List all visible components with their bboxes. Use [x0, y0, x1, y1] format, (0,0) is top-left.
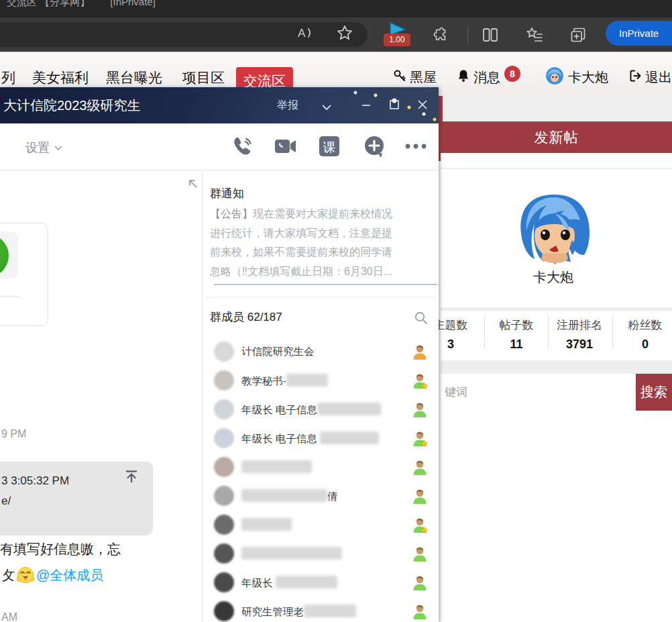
profile-avatar[interactable] [514, 192, 594, 268]
crying-emoji-icon [16, 566, 35, 584]
stat-label: 注册排名 [557, 317, 602, 333]
report-button[interactable]: 举报 [277, 99, 298, 113]
member-row[interactable]: 研究生管理老 [203, 597, 439, 622]
search-button[interactable]: 搜索 [636, 374, 672, 411]
group-info-panel: 群通知 【公告】现在需要对大家提前来校情况进行统计，请大家填写文档，注意是提前来… [202, 171, 439, 622]
nav-heiwu[interactable]: 黑屋 [410, 68, 437, 87]
file-message-card[interactable] [0, 223, 48, 326]
more-options-icon[interactable] [402, 134, 429, 158]
tab-title-text: 交流区 【分享网】 [7, 0, 90, 7]
course-icon[interactable]: 课 [317, 134, 341, 158]
bookmark-star-icon[interactable] [335, 23, 354, 42]
redacted-name-blur [320, 431, 379, 444]
split-screen-icon[interactable] [481, 25, 500, 44]
member-role-badge-admin [411, 517, 429, 534]
nav-logout[interactable]: 退出 [645, 68, 672, 87]
collapse-panel-icon[interactable] [187, 178, 199, 190]
pin-to-top-icon [124, 469, 139, 484]
nav-tab-3[interactable]: 项目区 [182, 68, 225, 87]
stat-divider [484, 316, 485, 348]
notice-line: 忽略（‼文档填写截止日期：6月30日... [210, 262, 435, 282]
forum-search-bar: 键词 搜索 [441, 374, 672, 411]
nav-messages[interactable]: 消息 [473, 68, 500, 87]
member-name: 教学秘书- [241, 374, 328, 388]
member-row[interactable]: 年级长 电子信息 [203, 395, 439, 424]
stat-col-2: 注册排名3791 [557, 317, 602, 352]
chat-message-text: 有填写好信息嗷，忘 [0, 540, 121, 558]
tab-inprivate-text: [InPrivate] [110, 0, 156, 7]
stat-label: 帖子数 [500, 317, 534, 333]
new-post-button[interactable]: 发新帖 [441, 121, 672, 153]
member-row[interactable] [203, 511, 439, 539]
settings-dropdown[interactable]: 设置 [25, 140, 63, 156]
member-role-badge-member [411, 459, 429, 476]
message-count-badge: 8 [504, 66, 520, 82]
chevron-down-icon[interactable] [320, 101, 333, 114]
collections-icon[interactable] [569, 25, 587, 44]
settings-label: 设置 [25, 141, 50, 154]
member-row[interactable] [203, 539, 439, 568]
nav-user-avatar[interactable] [546, 67, 563, 85]
member-row[interactable]: 教学秘书- [203, 366, 439, 395]
read-aloud-icon[interactable]: A [295, 23, 314, 42]
maximize-icon[interactable] [388, 98, 401, 111]
member-row[interactable]: 年级长 [203, 568, 439, 597]
profile-card: 卡大炮 [441, 169, 672, 307]
member-row[interactable] [203, 453, 439, 482]
redacted-name-blur [241, 489, 327, 502]
chat-message-area[interactable]: 9 PM 3 3:05:32 PM e/ 有填写好信息嗷，忘 攵 @全体成员 A… [0, 171, 202, 622]
stat-value: 3791 [557, 338, 602, 352]
member-avatar [214, 543, 234, 564]
nav-username[interactable]: 卡大炮 [568, 68, 608, 87]
extensions-puzzle-icon[interactable] [432, 25, 451, 44]
redacted-name-blur [304, 605, 356, 617]
member-avatar [214, 601, 234, 621]
search-icon[interactable] [414, 311, 428, 325]
member-name: 年级长 电子信息 [241, 431, 379, 446]
inprivate-button[interactable]: InPrivate [606, 21, 672, 46]
search-input[interactable]: 键词 [441, 374, 636, 411]
group-notice-text[interactable]: 【公告】现在需要对大家提前来校情况进行统计，请大家填写文档，注意是提前来校，如果… [210, 205, 435, 281]
minimize-icon[interactable] [359, 98, 373, 111]
nav-tab-2[interactable]: 黑台曝光 [106, 68, 162, 87]
member-role-badge-owner [411, 344, 429, 361]
member-avatar [214, 572, 234, 592]
chat-timestamp: 9 PM [1, 428, 26, 440]
notice-tag: 【公告】 [210, 208, 253, 219]
bell-icon [457, 69, 470, 83]
qq-titlebar[interactable]: 大计信院2023级研究生 举报 [0, 87, 439, 123]
member-name: 计信院研究生会 [241, 345, 315, 359]
chat-timestamp: AM [1, 611, 17, 622]
qq-toolbar: 设置 课 [0, 123, 439, 170]
notice-line: 【公告】现在需要对大家提前来校情况 [210, 205, 435, 224]
member-role-badge-member [411, 603, 429, 621]
close-icon[interactable] [416, 98, 429, 111]
voice-call-icon[interactable] [230, 134, 254, 158]
member-row[interactable]: 计信院研究生会 [203, 338, 439, 366]
member-count-header: 群成员 62/187 [210, 309, 282, 325]
member-avatar [214, 399, 234, 419]
mention-all-link[interactable]: @全体成员 [36, 568, 103, 582]
chat-message-mention-line: 攵 @全体成员 [1, 566, 103, 584]
browser-tab-title[interactable]: 交流区 【分享网】 [InPrivate] [7, 0, 156, 9]
redacted-name-blur [276, 576, 337, 588]
member-row[interactable]: 年级长 电子信息 [203, 424, 439, 453]
video-call-icon[interactable] [273, 134, 297, 158]
member-avatar [214, 428, 234, 448]
stat-value: 11 [500, 338, 534, 352]
redacted-name-blur [241, 518, 292, 531]
file-card-divider [0, 296, 19, 297]
redacted-name-blur [317, 403, 381, 415]
stat-label: 粉丝数 [628, 317, 663, 333]
member-row[interactable]: 倩 [203, 482, 439, 511]
add-bubble-icon[interactable] [362, 134, 386, 158]
nav-tab-1[interactable]: 美女福利 [32, 68, 89, 87]
stats-card: 主题数3帖子数11注册排名3791粉丝数0 [441, 310, 672, 360]
favorites-hub-icon[interactable] [525, 25, 544, 44]
qq-group-title: 大计信院2023级研究生 [3, 97, 141, 115]
forum-content-area [441, 411, 672, 622]
member-role-badge-member [411, 546, 429, 563]
member-name [241, 518, 292, 531]
stat-divider [612, 316, 613, 348]
nav-tab-0[interactable]: 列 [1, 68, 15, 87]
